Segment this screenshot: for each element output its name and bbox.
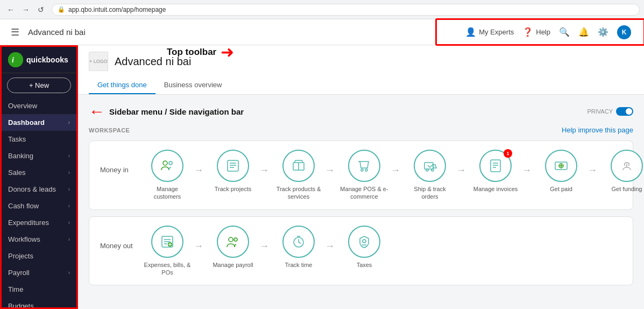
chevron-right-icon: › (68, 170, 70, 175)
sidebar-item-workflows[interactable]: Workflows › (2, 231, 76, 248)
svg-point-15 (431, 169, 434, 171)
sidebar-item-projects[interactable]: Projects (2, 248, 76, 264)
chevron-right-icon: › (68, 270, 70, 276)
sidebar-item-donors-leads[interactable]: Donors & leads › (2, 181, 76, 198)
arrow-out-3: → (325, 226, 338, 252)
flow-item-get-funding: Get funding (603, 150, 644, 193)
svg-point-0 (8, 52, 23, 67)
expenses-circle[interactable] (151, 226, 183, 258)
track-projects-circle[interactable] (217, 150, 249, 182)
help-button[interactable]: ❓ Help (522, 27, 550, 38)
privacy-label: PRIVACY (588, 108, 613, 115)
track-time-circle[interactable] (282, 226, 315, 258)
svg-point-10 (361, 169, 363, 171)
settings-button[interactable]: ⚙️ (598, 27, 608, 38)
sidebar-item-overview[interactable]: Overview (2, 97, 76, 114)
ship-track-circle[interactable] (414, 150, 446, 182)
money-in-row: Money in Manage custo (100, 150, 622, 201)
svg-point-32 (229, 237, 233, 242)
my-experts-button[interactable]: 👤 My Experts (465, 27, 514, 38)
money-in-items: Manage customers → (143, 150, 644, 201)
search-icon: 🔍 (559, 27, 570, 38)
reload-button[interactable]: ↺ (34, 3, 47, 16)
sidebar-item-banking[interactable]: Banking › (2, 148, 76, 164)
get-paid-text: Get paid (550, 185, 572, 193)
workspace-label: WORKSPACE (89, 127, 130, 134)
manage-pos-text: Manage POS & e-commerce (340, 185, 388, 201)
manage-payroll-circle[interactable] (217, 226, 249, 258)
flow-item-ship-track: Ship & track orders (406, 150, 454, 201)
manage-customers-circle[interactable] (151, 150, 183, 182)
chevron-right-icon: › (68, 236, 70, 242)
browser-chrome: ← → ↺ 🔒 app.qbo.intuit.com/app/homepage (0, 0, 644, 19)
invoice-badge: 1 (504, 149, 512, 158)
ship-track-text: Ship & track orders (406, 185, 454, 201)
sidebar-item-expenditures[interactable]: Expenditures › (2, 214, 76, 231)
chevron-right-icon: › (68, 186, 70, 192)
company-logo: + LOGO (89, 52, 108, 71)
manage-invoices-circle[interactable]: 1 (479, 150, 512, 182)
sidebar-item-cash-flow[interactable]: Cash flow › (2, 198, 76, 214)
top-actions: 👤 My Experts ❓ Help 🔍 🔔 ⚙️ K (465, 25, 631, 39)
sidebar-item-tasks[interactable]: Tasks (2, 131, 76, 148)
svg-point-2 (163, 161, 167, 165)
address-bar[interactable]: 🔒 app.qbo.intuit.com/app/homepage (52, 4, 640, 16)
user-avatar[interactable]: K (617, 25, 631, 39)
content-header-top: + LOGO Advanced ni bai (89, 52, 633, 71)
track-products-circle[interactable] (282, 150, 315, 182)
sidebar-item-sales[interactable]: Sales › (2, 164, 76, 181)
money-out-section: Money out (89, 216, 633, 286)
search-button[interactable]: 🔍 (559, 27, 570, 38)
sidebar-item-dashboard[interactable]: Dashboard › (2, 114, 76, 131)
forward-button[interactable]: → (19, 3, 32, 16)
svg-text:i: i (12, 56, 14, 64)
manage-customers-text: Manage customers (143, 185, 192, 201)
quickbooks-logo: i quickbooks (8, 52, 68, 67)
question-icon: ❓ (522, 27, 533, 38)
flow-item-expenses: Expenses, bills, & POs (143, 226, 192, 277)
gear-icon: ⚙️ (598, 27, 608, 38)
flow-item-get-paid: Get paid (537, 150, 585, 193)
chevron-right-icon: › (68, 220, 70, 226)
arrow-out-1: → (194, 226, 207, 252)
sidebar-item-budgets[interactable]: Budgets (2, 298, 76, 309)
content-header: + LOGO Advanced ni bai Get things done B… (78, 45, 644, 95)
svg-point-11 (365, 169, 367, 171)
help-improve-link[interactable]: Help improve this page (562, 126, 633, 134)
back-button[interactable]: ← (4, 3, 17, 16)
tab-get-things-done[interactable]: Get things done (89, 76, 155, 94)
track-projects-text: Track projects (215, 185, 252, 193)
notifications-button[interactable]: 🔔 (578, 27, 589, 38)
sidebar-item-payroll[interactable]: Payroll › (2, 264, 76, 281)
sidebar-item-time[interactable]: Time (2, 281, 76, 298)
chevron-right-icon: › (68, 203, 70, 209)
get-funding-circle[interactable] (611, 150, 643, 182)
money-in-label: Money in (100, 150, 143, 174)
hamburger-button[interactable]: ☰ (9, 24, 22, 40)
get-paid-circle[interactable] (545, 150, 577, 182)
money-in-section: Money in Manage custo (89, 141, 633, 210)
taxes-text: Taxes (357, 261, 372, 269)
page-title: Advanced ni bai (28, 27, 459, 37)
svg-rect-4 (228, 160, 238, 171)
qb-logo-text: quickbooks (26, 55, 68, 64)
annotation-sidebar-text: Sidebar menu / Side navigation bar (109, 107, 244, 116)
arrow-3: → (325, 150, 338, 176)
flow-item-taxes: Taxes (340, 226, 388, 269)
money-out-row: Money out (100, 226, 622, 277)
flow-item-track-products: Track products & services (274, 150, 323, 201)
manage-pos-circle[interactable] (348, 150, 380, 182)
taxes-circle[interactable] (348, 226, 380, 258)
sidebar: i quickbooks + New Overview Dashboard › … (0, 45, 78, 309)
arrow-1: → (194, 150, 207, 176)
track-time-text: Track time (285, 261, 313, 269)
tab-business-overview[interactable]: Business overview (155, 76, 231, 94)
privacy-switch[interactable] (616, 107, 633, 116)
money-out-label: Money out (100, 226, 143, 250)
my-experts-label: My Experts (479, 28, 514, 36)
main-content: + LOGO Advanced ni bai Get things done B… (78, 45, 644, 309)
svg-rect-16 (491, 160, 500, 172)
new-button[interactable]: + New (7, 78, 71, 93)
expenses-text: Expenses, bills, & POs (143, 261, 192, 277)
svg-point-38 (363, 240, 366, 243)
